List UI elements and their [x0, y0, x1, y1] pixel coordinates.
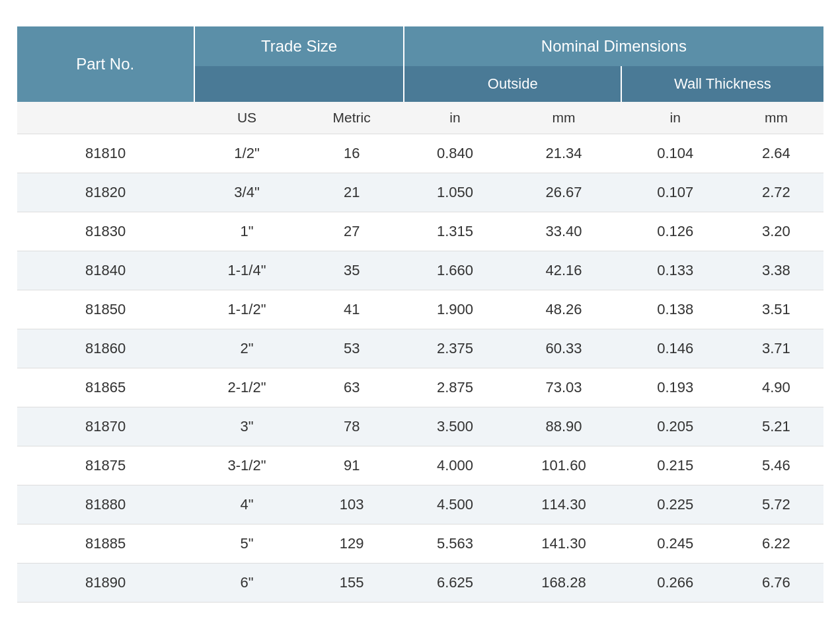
cell-out_mm: 88.90	[506, 407, 621, 446]
cell-out_mm: 33.40	[506, 212, 621, 251]
cell-metric: 63	[299, 368, 404, 407]
cell-out_mm: 60.33	[506, 329, 621, 368]
cell-part_no: 81820	[17, 173, 194, 212]
cell-part_no: 81875	[17, 446, 194, 485]
cell-wall_mm: 3.20	[729, 212, 823, 251]
part-no-header: Part No.	[17, 26, 194, 102]
table-row: 818203/4"211.05026.670.1072.72	[17, 173, 823, 212]
cell-part_no: 81830	[17, 212, 194, 251]
unit-empty	[17, 102, 194, 134]
cell-out_in: 1.900	[404, 290, 506, 329]
cell-metric: 16	[299, 134, 404, 173]
cell-us: 1/2"	[194, 134, 299, 173]
cell-wall_in: 0.133	[621, 251, 729, 290]
table-row: 818855"1295.563141.300.2456.22	[17, 524, 823, 564]
cell-part_no: 81810	[17, 134, 194, 173]
unit-wall-mm: mm	[729, 102, 823, 134]
cell-metric: 35	[299, 251, 404, 290]
cell-wall_mm: 5.46	[729, 446, 823, 485]
cell-part_no: 81865	[17, 368, 194, 407]
table-row: 818301"271.31533.400.1263.20	[17, 212, 823, 251]
nominal-dimensions-header: Nominal Dimensions	[404, 26, 823, 66]
cell-wall_in: 0.146	[621, 329, 729, 368]
cell-wall_mm: 3.51	[729, 290, 823, 329]
cell-out_in: 0.840	[404, 134, 506, 173]
dimensions-table: Part No. Trade Size Nominal Dimensions O…	[17, 26, 823, 603]
cell-out_mm: 73.03	[506, 368, 621, 407]
cell-out_mm: 101.60	[506, 446, 621, 485]
cell-out_mm: 114.30	[506, 485, 621, 524]
unit-out-mm: mm	[506, 102, 621, 134]
outside-header: Outside	[404, 66, 621, 102]
cell-wall_in: 0.245	[621, 524, 729, 564]
cell-us: 6"	[194, 564, 299, 603]
unit-us: US	[194, 102, 299, 134]
cell-out_mm: 141.30	[506, 524, 621, 564]
unit-wall-in: in	[621, 102, 729, 134]
cell-metric: 103	[299, 485, 404, 524]
table-container: Part No. Trade Size Nominal Dimensions O…	[17, 26, 823, 603]
cell-out_mm: 21.34	[506, 134, 621, 173]
cell-wall_mm: 3.38	[729, 251, 823, 290]
table-row: 818602"532.37560.330.1463.71	[17, 329, 823, 368]
cell-out_in: 4.000	[404, 446, 506, 485]
cell-metric: 21	[299, 173, 404, 212]
cell-out_in: 3.500	[404, 407, 506, 446]
cell-part_no: 81850	[17, 290, 194, 329]
cell-wall_mm: 5.21	[729, 407, 823, 446]
cell-us: 2-1/2"	[194, 368, 299, 407]
cell-metric: 41	[299, 290, 404, 329]
cell-us: 1-1/4"	[194, 251, 299, 290]
cell-us: 1-1/2"	[194, 290, 299, 329]
cell-part_no: 81840	[17, 251, 194, 290]
cell-part_no: 81880	[17, 485, 194, 524]
trade-size-sub	[194, 66, 404, 102]
cell-out_mm: 42.16	[506, 251, 621, 290]
cell-metric: 27	[299, 212, 404, 251]
cell-us: 3"	[194, 407, 299, 446]
cell-us: 2"	[194, 329, 299, 368]
cell-metric: 78	[299, 407, 404, 446]
cell-us: 3/4"	[194, 173, 299, 212]
cell-out_in: 1.315	[404, 212, 506, 251]
cell-wall_in: 0.215	[621, 446, 729, 485]
cell-metric: 155	[299, 564, 404, 603]
cell-wall_mm: 6.76	[729, 564, 823, 603]
cell-us: 4"	[194, 485, 299, 524]
cell-out_mm: 26.67	[506, 173, 621, 212]
units-row: US Metric in mm in mm	[17, 102, 823, 134]
cell-wall_in: 0.266	[621, 564, 729, 603]
cell-out_in: 6.625	[404, 564, 506, 603]
cell-wall_in: 0.225	[621, 485, 729, 524]
table-row: 818753-1/2"914.000101.600.2155.46	[17, 446, 823, 485]
cell-us: 1"	[194, 212, 299, 251]
cell-out_mm: 168.28	[506, 564, 621, 603]
trade-size-header: Trade Size	[194, 26, 404, 66]
table-row: 818652-1/2"632.87573.030.1934.90	[17, 368, 823, 407]
cell-wall_in: 0.138	[621, 290, 729, 329]
table-row: 818501-1/2"411.90048.260.1383.51	[17, 290, 823, 329]
cell-wall_mm: 2.72	[729, 173, 823, 212]
table-row: 818703"783.50088.900.2055.21	[17, 407, 823, 446]
cell-out_in: 2.375	[404, 329, 506, 368]
cell-out_in: 5.563	[404, 524, 506, 564]
unit-metric: Metric	[299, 102, 404, 134]
cell-wall_mm: 5.72	[729, 485, 823, 524]
cell-out_in: 2.875	[404, 368, 506, 407]
cell-wall_in: 0.126	[621, 212, 729, 251]
cell-wall_in: 0.104	[621, 134, 729, 173]
cell-part_no: 81890	[17, 564, 194, 603]
unit-out-in: in	[404, 102, 506, 134]
header-top-row: Part No. Trade Size Nominal Dimensions	[17, 26, 823, 66]
cell-wall_mm: 6.22	[729, 524, 823, 564]
cell-wall_in: 0.205	[621, 407, 729, 446]
cell-part_no: 81870	[17, 407, 194, 446]
cell-wall_in: 0.107	[621, 173, 729, 212]
cell-part_no: 81885	[17, 524, 194, 564]
cell-out_in: 1.660	[404, 251, 506, 290]
cell-wall_mm: 3.71	[729, 329, 823, 368]
table-row: 818401-1/4"351.66042.160.1333.38	[17, 251, 823, 290]
cell-metric: 91	[299, 446, 404, 485]
cell-out_mm: 48.26	[506, 290, 621, 329]
wall-thickness-header: Wall Thickness	[621, 66, 823, 102]
